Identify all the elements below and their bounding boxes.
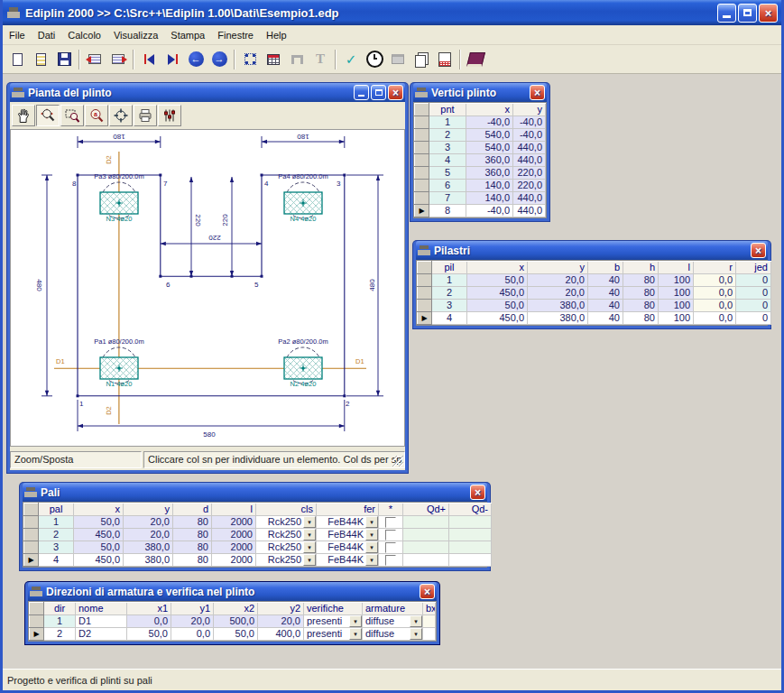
pali-cell-cls[interactable]: Rck250▾ <box>256 541 317 554</box>
maximize-button[interactable] <box>738 4 757 23</box>
vertici-cell-x[interactable]: 540,0 <box>466 129 513 142</box>
pali-cell-l[interactable]: 2000 <box>212 554 256 567</box>
pilastri-cell-x[interactable]: 450,0 <box>467 312 528 325</box>
pali-cell-Qd+[interactable] <box>403 529 449 541</box>
column-header-x[interactable]: x <box>467 262 528 274</box>
pali-cell-fer[interactable]: FeB44K▾ <box>317 529 379 541</box>
help-button[interactable] <box>464 48 487 70</box>
direzioni-cell-y2[interactable]: 400,0 <box>258 628 304 641</box>
pilastri-cell-h[interactable]: 80 <box>623 274 659 287</box>
pilastri-cell-b[interactable]: 40 <box>588 274 623 287</box>
column-header-*[interactable]: * <box>379 504 403 516</box>
pan-hand-button[interactable] <box>12 105 35 126</box>
pilastri-cell-jed[interactable]: 0 <box>736 274 771 287</box>
row-selector[interactable] <box>24 529 39 541</box>
pilastri-cell-x[interactable]: 50,0 <box>467 300 528 312</box>
pali-cell-x[interactable]: 450,0 <box>74 554 124 567</box>
save-file-button[interactable] <box>52 48 76 70</box>
last-record-button[interactable] <box>161 48 184 70</box>
direzioni-cell-verifiche[interactable]: presenti▾ <box>304 615 363 628</box>
row-selector[interactable] <box>415 180 429 192</box>
column-header-b[interactable]: b <box>588 262 623 274</box>
column-header-y[interactable]: y <box>124 504 173 516</box>
new-file-button[interactable] <box>5 48 29 70</box>
dropdown-button[interactable]: ▾ <box>303 529 316 541</box>
pilastri-cell-pil[interactable]: 4 <box>432 312 467 325</box>
pali-cell-*[interactable] <box>379 529 403 541</box>
vertici-cell-pnt[interactable]: 5 <box>429 167 466 180</box>
column-header-Qd-[interactable]: Qd- <box>449 504 492 516</box>
resize-grip[interactable] <box>392 456 403 467</box>
row-selector[interactable] <box>24 541 39 554</box>
pilastri-cell-pil[interactable]: 1 <box>432 274 467 287</box>
pilastri-cell-r[interactable]: 0,0 <box>694 312 736 325</box>
vertici-cell-pnt[interactable]: 4 <box>429 154 466 167</box>
checkbox[interactable] <box>385 517 396 528</box>
column-header-verifiche[interactable]: verifiche <box>304 603 363 615</box>
pilastri-cell-pil[interactable]: 2 <box>432 287 467 300</box>
checkbox[interactable] <box>385 542 396 553</box>
row-selector[interactable] <box>418 300 432 312</box>
direzioni-cell-armature[interactable]: diffuse▾ <box>363 628 423 641</box>
dropdown-button[interactable]: ▾ <box>365 554 378 566</box>
row-selector[interactable] <box>24 516 39 529</box>
dropdown-button[interactable]: ▾ <box>365 516 378 528</box>
vertici-cell-y[interactable]: -40,0 <box>513 116 546 129</box>
minimize-button[interactable] <box>717 4 736 23</box>
pilastri-cell-l[interactable]: 100 <box>659 312 694 325</box>
row-selector[interactable] <box>415 129 429 142</box>
pali-cell-pal[interactable]: 2 <box>39 529 74 541</box>
menu-visualizza[interactable]: Visualizza <box>107 27 164 43</box>
column-header-cls[interactable]: cls <box>256 504 317 516</box>
pali-cell-Qd+[interactable] <box>403 516 449 529</box>
menu-dati[interactable]: Dati <box>32 27 62 43</box>
direzioni-cell-x1[interactable]: 0,0 <box>127 615 171 628</box>
direzioni-cell-dir[interactable]: 1 <box>44 615 76 628</box>
pilastri-cell-h[interactable]: 80 <box>623 300 659 312</box>
pali-cell-x[interactable]: 450,0 <box>74 529 124 541</box>
print-drawing-button[interactable] <box>134 105 157 126</box>
pilastri-cell-l[interactable]: 100 <box>659 300 694 312</box>
pilastri-close-button[interactable]: × <box>751 243 766 258</box>
row-selector[interactable] <box>418 274 432 287</box>
direzioni-cell-bxa[interactable] <box>423 628 436 641</box>
grid-view-button[interactable] <box>262 48 285 70</box>
next-view-button[interactable]: → <box>208 48 231 70</box>
pilastri-cell-y[interactable]: 380,0 <box>528 312 588 325</box>
pilastri-cell-l[interactable]: 100 <box>659 274 694 287</box>
dropdown-button[interactable]: ▾ <box>365 541 378 553</box>
drawing-settings-button[interactable] <box>158 105 181 126</box>
pilastri-cell-r[interactable]: 0,0 <box>694 274 736 287</box>
pilastri-cell-pil[interactable]: 3 <box>432 300 467 312</box>
vertici-cell-y[interactable]: -40,0 <box>513 129 546 142</box>
pali-cell-y[interactable]: 380,0 <box>124 541 173 554</box>
row-selector[interactable]: ▶ <box>415 205 429 217</box>
vertici-cell-y[interactable]: 440,0 <box>513 192 546 205</box>
direzioni-cell-x1[interactable]: 50,0 <box>127 628 171 641</box>
row-selector[interactable] <box>415 154 429 167</box>
pali-titlebar[interactable]: Pali × <box>23 483 487 502</box>
pile-pa2[interactable]: Pa2 ø80/200.0m N2 4ø20 <box>278 337 327 388</box>
pali-cell-cls[interactable]: Rck250▾ <box>256 516 317 529</box>
vertici-cell-x[interactable]: 360,0 <box>466 154 513 167</box>
pali-cell-*[interactable] <box>379 554 403 567</box>
next-table-button[interactable] <box>106 48 130 70</box>
pilastri-cell-r[interactable]: 0,0 <box>694 300 736 312</box>
dropdown-button[interactable]: ▾ <box>365 529 378 541</box>
direzioni-cell-y1[interactable]: 20,0 <box>171 615 214 628</box>
direzioni-cell-x2[interactable]: 500,0 <box>214 615 258 628</box>
row-selector[interactable] <box>418 287 432 300</box>
pali-cell-d[interactable]: 80 <box>173 516 212 529</box>
menu-help[interactable]: Help <box>260 27 293 43</box>
export-table-button[interactable] <box>433 48 457 70</box>
pali-cell-y[interactable]: 20,0 <box>124 516 173 529</box>
pali-cell-*[interactable] <box>379 541 403 554</box>
row-selector[interactable] <box>415 116 429 129</box>
pile-pa3[interactable]: Pa3 ø80/200.0m N3 4ø20 <box>94 172 143 223</box>
pali-cell-d[interactable]: 80 <box>173 541 212 554</box>
pali-cell-cls[interactable]: Rck250▾ <box>256 554 317 567</box>
vertici-cell-y[interactable]: 220,0 <box>513 180 546 192</box>
pali-cell-l[interactable]: 2000 <box>212 529 256 541</box>
column-header-nome[interactable]: nome <box>76 603 127 615</box>
pilastri-cell-y[interactable]: 20,0 <box>528 287 588 300</box>
